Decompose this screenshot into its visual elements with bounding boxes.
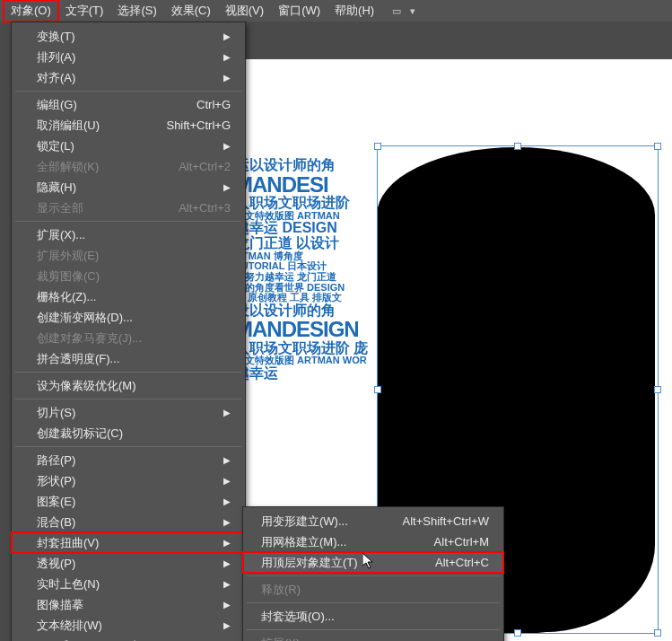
menu-item-label: 形状(P) bbox=[37, 473, 75, 489]
menu-item-label: 变换(T) bbox=[37, 29, 75, 45]
menu-item-label: 创建渐变网格(D)... bbox=[37, 310, 133, 326]
menu-item[interactable]: 创建渐变网格(D)... bbox=[12, 307, 245, 328]
submenu-arrow-icon: ▶ bbox=[223, 496, 231, 506]
menu-item[interactable]: 设为像素级优化(M) bbox=[12, 375, 245, 396]
submenu-arrow-icon: ▶ bbox=[223, 408, 231, 417]
menu-item-shortcut: Alt+Ctrl+2 bbox=[179, 160, 231, 173]
menu-item[interactable]: 透视(P)▶ bbox=[12, 553, 245, 574]
menu-item[interactable]: 变换(T)▶ bbox=[12, 26, 245, 47]
menu-item-label: 封套扭曲(V) bbox=[37, 535, 99, 551]
menu-item[interactable]: 创建裁切标记(C) bbox=[12, 423, 245, 443]
menu-item[interactable]: 栅格化(Z)... bbox=[12, 286, 245, 307]
menu-item-label: 路径(P) bbox=[37, 452, 75, 469]
menu-item-label: 裁剪图像(C) bbox=[37, 268, 100, 285]
menu-item[interactable]: 混合(B)▶ bbox=[12, 512, 245, 532]
menu-item: 扩展外观(E) bbox=[12, 245, 245, 266]
envelope-distort-submenu: 用变形建立(W)...Alt+Shift+Ctrl+W用网格建立(M)...Al… bbox=[242, 506, 504, 641]
menu-separator bbox=[247, 629, 500, 630]
menu-item[interactable]: 用网格建立(M)...Alt+Ctrl+M bbox=[243, 531, 503, 552]
menu-item-label: 释放(R) bbox=[261, 582, 301, 598]
menu-item[interactable]: 锁定(L)▶ bbox=[12, 136, 245, 156]
menu-item: 裁剪图像(C) bbox=[12, 266, 245, 286]
arrange-docs[interactable]: ▭ ▾ bbox=[390, 4, 419, 17]
menu-item[interactable]: 图案(E)▶ bbox=[12, 491, 245, 512]
menu-separator bbox=[15, 399, 241, 400]
object-dropdown: 变换(T)▶排列(A)▶对齐(A)▶编组(G)Ctrl+G取消编组(U)Shif… bbox=[11, 22, 246, 641]
menu-item-label: 扩展(X)... bbox=[37, 227, 85, 243]
menu-help[interactable]: 帮助(H) bbox=[327, 0, 381, 22]
menu-effect[interactable]: 效果(C) bbox=[164, 0, 218, 22]
menu-item-label: 创建裁切标记(C) bbox=[37, 426, 123, 442]
menu-item-shortcut: Shift+Ctrl+G bbox=[166, 119, 231, 132]
arrange-icon[interactable]: ▭ bbox=[390, 4, 403, 17]
menu-item-label: 封套选项(O)... bbox=[261, 609, 335, 625]
menu-item: 扩展(X) bbox=[243, 633, 503, 641]
submenu-arrow-icon: ▶ bbox=[223, 73, 231, 83]
menu-item[interactable]: 拼合透明度(F)... bbox=[12, 348, 245, 369]
menu-item[interactable]: 隐藏(H)▶ bbox=[12, 177, 245, 198]
menu-item-shortcut: Ctrl+G bbox=[196, 98, 231, 111]
menu-item[interactable]: 路径(P)▶ bbox=[12, 450, 245, 470]
arrange-dropdown-icon[interactable]: ▾ bbox=[406, 4, 419, 17]
menu-item: 全部解锁(K)Alt+Ctrl+2 bbox=[12, 156, 245, 177]
menu-item[interactable]: 对齐(A)▶ bbox=[12, 67, 245, 88]
submenu-arrow-icon: ▶ bbox=[223, 476, 231, 486]
menu-item: 释放(R) bbox=[243, 579, 503, 600]
menu-item-label: 取消编组(U) bbox=[37, 118, 100, 134]
menu-item[interactable]: 切片(S)▶ bbox=[12, 402, 245, 423]
menu-item[interactable]: 扩展(X)... bbox=[12, 224, 245, 245]
menu-item-label: 锁定(L) bbox=[37, 138, 74, 154]
menu-item[interactable]: 封套选项(O)... bbox=[243, 606, 503, 627]
menu-type[interactable]: 文字(T) bbox=[58, 0, 111, 22]
menu-item-label: 用变形建立(W)... bbox=[261, 514, 348, 530]
menu-item-shortcut: Alt+Ctrl+3 bbox=[179, 201, 231, 215]
menu-item[interactable]: 文本绕排(W)▶ bbox=[12, 615, 245, 636]
submenu-arrow-icon: ▶ bbox=[223, 141, 231, 151]
submenu-arrow-icon: ▶ bbox=[223, 620, 231, 630]
menu-window[interactable]: 窗口(W) bbox=[271, 0, 327, 22]
menu-item[interactable]: 实时上色(N)▶ bbox=[12, 574, 245, 594]
menu-select[interactable]: 选择(S) bbox=[110, 0, 163, 22]
menu-item-label: 设为像素级优化(M) bbox=[37, 378, 136, 394]
cursor-icon bbox=[362, 553, 375, 569]
menu-item-label: 文本绕排(W) bbox=[37, 618, 102, 634]
menu-separator bbox=[247, 602, 500, 603]
menu-item[interactable]: 用变形建立(W)...Alt+Shift+Ctrl+W bbox=[243, 511, 503, 531]
menu-item: 创建对象马赛克(J)... bbox=[12, 328, 245, 348]
menu-item-label: 用顶层对象建立(T) bbox=[261, 555, 358, 571]
menu-item[interactable]: 取消编组(U)Shift+Ctrl+G bbox=[12, 115, 245, 136]
menu-item-label: 实时上色(N) bbox=[37, 576, 100, 593]
menu-separator bbox=[247, 575, 500, 576]
submenu-arrow-icon: ▶ bbox=[223, 538, 231, 548]
menu-item-label: 透视(P) bbox=[37, 556, 75, 572]
menu-item[interactable]: 形状(P)▶ bbox=[12, 470, 245, 491]
menu-item[interactable]: Line 和 Sketch 图稿▶ bbox=[12, 636, 245, 641]
submenu-arrow-icon: ▶ bbox=[223, 558, 231, 568]
submenu-arrow-icon: ▶ bbox=[223, 579, 231, 589]
artwork-text: 运以设计师的角 MANDESI 入职场文职场进阶 版文特效版图 ARTMAN 越… bbox=[235, 158, 397, 382]
menu-item-label: 显示全部 bbox=[37, 200, 83, 216]
menu-item-shortcut: Alt+Ctrl+C bbox=[435, 556, 489, 569]
menu-item: 显示全部Alt+Ctrl+3 bbox=[12, 198, 245, 218]
menu-item[interactable]: 图像描摹▶ bbox=[12, 594, 245, 615]
menu-object[interactable]: 对象(O) bbox=[4, 0, 58, 22]
menu-item-label: 用网格建立(M)... bbox=[261, 534, 346, 550]
menu-item-label: 扩展(X) bbox=[261, 636, 300, 642]
menu-item[interactable]: 排列(A)▶ bbox=[12, 47, 245, 67]
submenu-arrow-icon: ▶ bbox=[223, 455, 231, 465]
menu-item-label: 图案(E) bbox=[37, 494, 75, 510]
menu-item-label: Line 和 Sketch 图稿 bbox=[37, 638, 139, 642]
menu-item[interactable]: 编组(G)Ctrl+G bbox=[12, 94, 245, 115]
submenu-arrow-icon: ▶ bbox=[223, 600, 231, 610]
menu-item-label: 全部解锁(K) bbox=[37, 159, 99, 175]
menu-view[interactable]: 视图(V) bbox=[218, 0, 271, 22]
menu-item-label: 编组(G) bbox=[37, 97, 77, 113]
submenu-arrow-icon: ▶ bbox=[223, 517, 231, 527]
menu-item-label: 混合(B) bbox=[37, 514, 75, 531]
menu-item[interactable]: 封套扭曲(V)▶ bbox=[12, 532, 245, 553]
submenu-arrow-icon: ▶ bbox=[223, 182, 231, 192]
menu-item-label: 对齐(A) bbox=[37, 70, 75, 86]
menu-item-label: 切片(S) bbox=[37, 405, 75, 421]
menu-item-label: 扩展外观(E) bbox=[37, 248, 99, 264]
menubar: 对象(O) 文字(T) 选择(S) 效果(C) 视图(V) 窗口(W) 帮助(H… bbox=[0, 0, 672, 22]
